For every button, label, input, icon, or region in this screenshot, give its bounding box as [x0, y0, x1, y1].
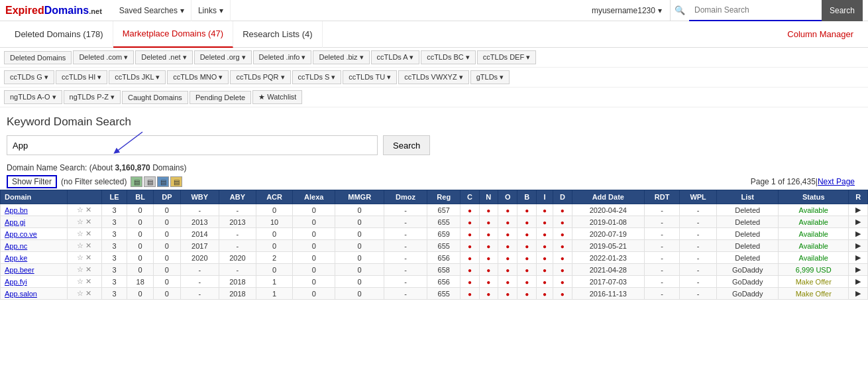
remove-icon[interactable]: ✕ [85, 218, 91, 225]
filter-ngtlds-ao[interactable]: ngTLDs A-O ▾ [4, 90, 62, 104]
cell-mmgr: 0 [335, 228, 384, 240]
domain-link[interactable]: App.beer [5, 266, 34, 274]
domain-link[interactable]: App.gi [5, 218, 25, 226]
filter-cctlds-tu[interactable]: ccTLDs TU ▾ [343, 70, 397, 84]
cell-aby: - [219, 264, 256, 276]
filter-caught-domains[interactable]: Caught Domains [122, 91, 188, 104]
col-dp[interactable]: DP [154, 190, 181, 204]
filter-deleted-biz[interactable]: Deleted .biz ▾ [313, 50, 369, 64]
next-page-link[interactable]: Next Page [818, 177, 855, 186]
domain-search-input[interactable] [689, 0, 822, 21]
filter-watchlist[interactable]: ★ Watchlist [252, 90, 302, 104]
show-filter-button[interactable]: Show Filter [7, 175, 57, 188]
cell-n: ● [479, 228, 498, 240]
cell-list: Deleted [717, 216, 779, 228]
col-alexa[interactable]: Alexa [293, 190, 335, 204]
star-icon[interactable]: ☆ [77, 277, 83, 285]
tab-deleted-domains[interactable]: Deleted Domains (178) [5, 21, 113, 48]
filter-ngtlds-pz[interactable]: ngTLDs P-Z ▾ [64, 90, 121, 104]
filter-deleted-info[interactable]: Deleted .info ▾ [253, 50, 312, 64]
links-menu[interactable]: Links ▾ [191, 0, 231, 21]
filter-cctlds-mno[interactable]: ccTLDs MNO ▾ [167, 70, 229, 84]
col-b[interactable]: B [517, 190, 536, 204]
filter-cctlds-a[interactable]: ccTLDs A ▾ [371, 50, 420, 64]
cell-d: ● [553, 252, 572, 264]
domain-link[interactable]: App.ke [5, 254, 27, 262]
star-icon[interactable]: ☆ [77, 218, 83, 225]
col-domain[interactable]: Domain [1, 190, 68, 204]
filter-icon-green[interactable]: ▤ [131, 176, 142, 187]
col-o[interactable]: O [498, 190, 517, 204]
col-d[interactable]: D [553, 190, 572, 204]
col-add-date[interactable]: Add Date [572, 190, 644, 204]
tab-marketplace-domains[interactable]: Marketplace Domains (47) [113, 21, 233, 48]
col-c[interactable]: C [461, 190, 479, 204]
filter-cctlds-s[interactable]: ccTLDs S ▾ [292, 70, 342, 84]
filter-deleted-com[interactable]: Deleted .com ▾ [73, 50, 134, 64]
filter-icon-blue[interactable]: ▤ [157, 176, 169, 187]
star-icon[interactable]: ☆ [77, 206, 83, 214]
remove-icon[interactable]: ✕ [85, 229, 91, 237]
filter-cctlds-def[interactable]: ccTLDs DEF ▾ [477, 50, 536, 64]
domain-link[interactable]: App.bn [5, 206, 28, 214]
remove-icon[interactable]: ✕ [85, 289, 91, 297]
col-wby[interactable]: WBY [180, 190, 219, 204]
star-icon[interactable]: ☆ [77, 289, 83, 297]
filter-cctlds-hi[interactable]: ccTLDs HI ▾ [56, 70, 107, 84]
domain-link[interactable]: App.co.ve [5, 230, 37, 238]
star-icon[interactable]: ☆ [77, 265, 83, 273]
domain-link[interactable]: App.fyi [5, 278, 27, 286]
col-acr[interactable]: ACR [256, 190, 293, 204]
col-bl[interactable]: BL [127, 190, 154, 204]
filter-icon-yellow[interactable]: ▤ [170, 176, 182, 187]
col-mmgr[interactable]: MMGR [335, 190, 384, 204]
remove-icon[interactable]: ✕ [85, 265, 91, 273]
star-icon[interactable]: ☆ [77, 229, 83, 237]
filter-gtlds[interactable]: gTLDs ▾ [470, 70, 510, 84]
col-dmoz[interactable]: Dmoz [384, 190, 427, 204]
saved-searches-menu[interactable]: Saved Searches ▾ [113, 0, 191, 21]
filter-cctlds-g[interactable]: ccTLDs G ▾ [4, 70, 54, 84]
col-status[interactable]: Status [779, 190, 849, 204]
cell-status: Available [779, 204, 849, 216]
filter-cctlds-jkl[interactable]: ccTLDs JKL ▾ [109, 70, 166, 84]
filter-row-2: ccTLDs G ▾ ccTLDs HI ▾ ccTLDs JKL ▾ ccTL… [0, 68, 868, 88]
keyword-search-button[interactable]: Search [383, 135, 430, 155]
filter-deleted-org[interactable]: Deleted .org ▾ [194, 50, 252, 64]
col-r[interactable]: R [849, 190, 868, 204]
col-list[interactable]: List [717, 190, 779, 204]
col-rdt[interactable]: RDT [645, 190, 680, 204]
col-wpl[interactable]: WPL [680, 190, 717, 204]
filter-deleted-domains[interactable]: Deleted Domains [4, 51, 72, 64]
filter-deleted-net[interactable]: Deleted .net ▾ [135, 50, 192, 64]
column-manager-button[interactable]: Column Manager [778, 21, 863, 48]
col-n[interactable]: N [479, 190, 498, 204]
keyword-search-input[interactable] [7, 135, 378, 155]
filter-pending-delete[interactable]: Pending Delete [190, 91, 251, 104]
cell-c: ● [461, 276, 479, 288]
cell-reg: 655 [427, 216, 461, 228]
col-le[interactable]: LE [101, 190, 127, 204]
col-i[interactable]: I [536, 190, 553, 204]
filter-cctlds-vwxyz[interactable]: ccTLDs VWXYZ ▾ [398, 70, 469, 84]
star-icon[interactable]: ☆ [77, 241, 83, 249]
filter-icon-gray[interactable]: ▤ [144, 176, 156, 187]
cell-le: 3 [101, 228, 127, 240]
filter-cctlds-pqr[interactable]: ccTLDs PQR ▾ [230, 70, 290, 84]
col-aby[interactable]: ABY [219, 190, 256, 204]
domain-link[interactable]: App.nc [5, 242, 27, 250]
col-reg[interactable]: Reg [427, 190, 461, 204]
remove-icon[interactable]: ✕ [85, 241, 91, 249]
user-menu[interactable]: myusername1230 ▾ [584, 0, 670, 21]
remove-icon[interactable]: ✕ [85, 277, 91, 285]
remove-icon[interactable]: ✕ [85, 253, 91, 261]
domain-link[interactable]: App.salon [5, 290, 37, 298]
filter-cctlds-bc[interactable]: ccTLDs BC ▾ [421, 50, 476, 64]
tab-research-lists[interactable]: Research Lists (4) [233, 21, 322, 48]
top-search-button[interactable]: Search [822, 0, 863, 21]
table-header-row: Domain LE BL DP WBY ABY ACR Alexa MMGR D… [1, 190, 868, 204]
remove-icon[interactable]: ✕ [85, 206, 91, 214]
star-icon[interactable]: ☆ [77, 253, 83, 261]
cell-r: ▶ [849, 240, 868, 252]
table-row: App.beer ☆ ✕ 3 0 0 - - 0 0 0 - 658 ● ● ●… [1, 264, 868, 276]
